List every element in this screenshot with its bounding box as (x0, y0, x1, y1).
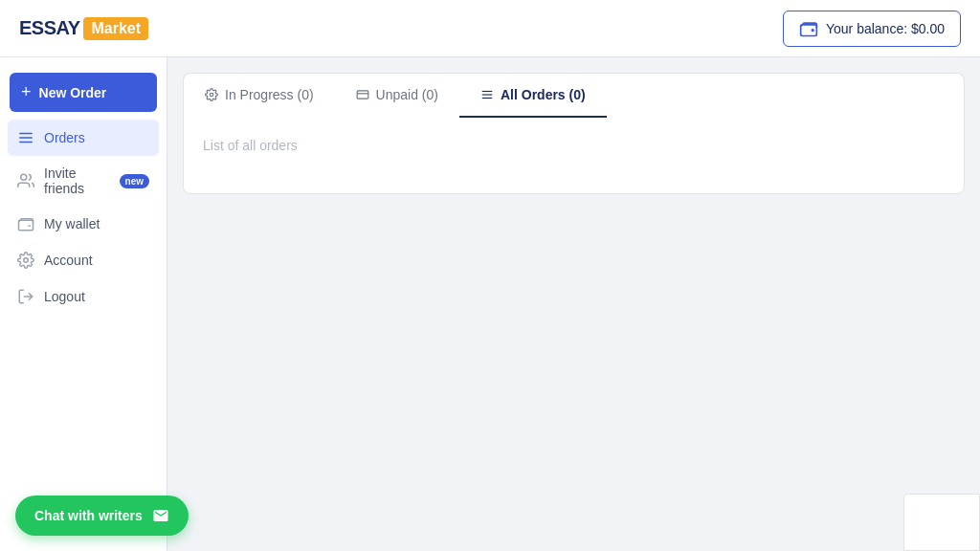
sidebar-item-invite-friends[interactable]: Invite friends new (0, 156, 167, 206)
sidebar: + New Order Orders Invite friends new (0, 57, 167, 551)
orders-empty-text: List of all orders (203, 138, 298, 153)
chat-button-label: Chat with writers (34, 508, 143, 523)
layout: + New Order Orders Invite friends new (0, 57, 980, 551)
logo-market: Market (83, 17, 148, 40)
logout-icon (17, 288, 34, 305)
new-order-label: New Order (39, 85, 107, 100)
corner-box (903, 494, 980, 551)
logo-essay: ESSAY (19, 17, 79, 39)
sidebar-item-logout[interactable]: Logout (0, 278, 167, 315)
tab-all-orders-label: All Orders (0) (501, 87, 586, 102)
orders-panel: List of all orders (183, 118, 965, 194)
tab-all-orders[interactable]: All Orders (0) (459, 74, 607, 118)
chat-icon (152, 507, 169, 524)
wallet-icon (799, 19, 818, 38)
svg-rect-9 (357, 91, 368, 99)
sidebar-item-label: Orders (44, 130, 85, 145)
main-content: In Progress (0) Unpaid (0) All Orders (0… (167, 57, 980, 551)
svg-point-4 (21, 174, 27, 180)
sidebar-item-label: Logout (44, 289, 85, 304)
svg-point-8 (210, 93, 213, 97)
sidebar-item-orders[interactable]: Orders (8, 120, 159, 156)
list-tab-icon (480, 88, 494, 101)
sidebar-item-label: Account (44, 253, 93, 268)
tabs: In Progress (0) Unpaid (0) All Orders (0… (183, 73, 965, 118)
plus-icon: + (21, 82, 32, 102)
svg-point-6 (24, 258, 29, 263)
chat-with-writers-button[interactable]: Chat with writers (15, 496, 189, 536)
new-order-button[interactable]: + New Order (10, 73, 157, 112)
logo: ESSAY Market (19, 17, 148, 40)
sidebar-item-label: Invite friends (44, 165, 106, 196)
gear-tab-icon (205, 88, 218, 101)
new-badge: new (120, 174, 149, 188)
tab-in-progress-label: In Progress (0) (225, 87, 314, 102)
list-icon (17, 129, 34, 146)
users-icon (17, 172, 34, 189)
header: ESSAY Market Your balance: $0.00 (0, 0, 980, 57)
tab-in-progress[interactable]: In Progress (0) (184, 74, 335, 118)
tab-unpaid[interactable]: Unpaid (0) (335, 74, 459, 118)
briefcase-icon (17, 215, 34, 232)
balance-button[interactable]: Your balance: $0.00 (783, 11, 961, 47)
card-icon (356, 88, 369, 101)
tab-unpaid-label: Unpaid (0) (376, 87, 438, 102)
sidebar-item-label: My wallet (44, 216, 100, 231)
sidebar-item-account[interactable]: Account (0, 242, 167, 278)
sidebar-item-wallet[interactable]: My wallet (0, 206, 167, 242)
gear-icon (17, 252, 34, 269)
balance-label: Your balance: $0.00 (826, 21, 945, 36)
